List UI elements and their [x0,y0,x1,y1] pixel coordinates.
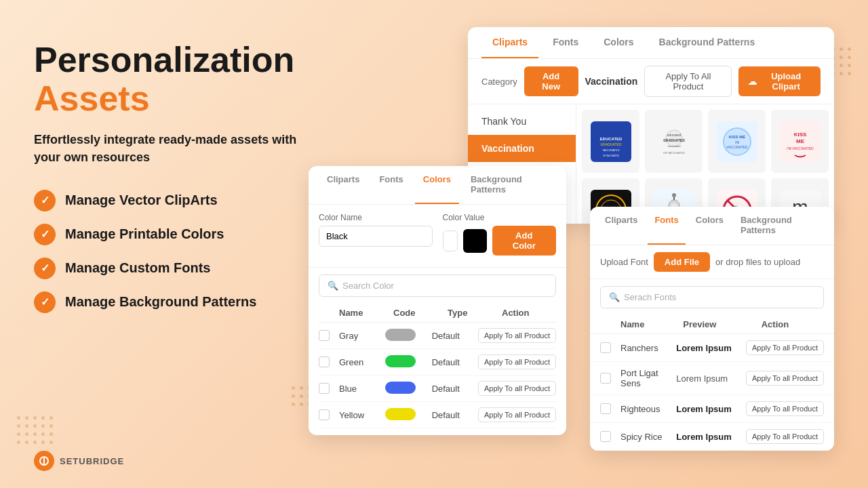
row-checkbox-yellow[interactable] [319,409,330,420]
font-preview-righteous: Lorem Ipsum [676,404,746,414]
col-code: Code [393,308,448,318]
upload-clipart-button[interactable]: ☁ Upload Clipart [738,66,821,96]
color-type-yellow: Default [432,410,478,420]
colors-card-tabs: Cliparts Fonts Colors Background Pattern… [309,166,566,205]
svg-text:I'M: I'M [734,140,739,144]
cliparts-grid: EDUCATED GRADUATED VACCINATED I'M VACCIN… [576,104,834,224]
check-icon-cliparts [34,190,56,211]
apply-all-button[interactable]: Apply To All Product [644,66,732,97]
svg-text:EDUCATED: EDUCATED [599,137,623,141]
clipart-thumb-1[interactable]: EDUCATED GRADUATED VACCINATED I'M VACCIN… [582,110,639,173]
tab-colors-fonts[interactable]: Colors [689,207,730,245]
tab-bgpatterns-fonts[interactable]: Background Patterns [734,207,826,245]
apply-btn-yellow[interactable]: Apply To all Product [478,407,556,422]
color-name-input[interactable] [319,226,433,247]
tab-colors-cliparts[interactable]: Colors [593,27,644,58]
add-file-button[interactable]: Add File [654,252,710,272]
category-label: Category [481,77,517,87]
subtitle: Effortlessly integrate ready-made assets… [34,131,319,165]
font-preview-portligat: Lorem Ipsum [676,373,746,384]
upload-font-label: Upload Font [600,257,648,267]
page-title-accent: Assets [34,79,387,118]
color-search-bar[interactable]: 🔍 Search Color [319,274,556,297]
tab-bgpatterns-cliparts[interactable]: Background Patterns [648,27,766,58]
font-col-name: Name [620,319,683,329]
color-type-green: Default [432,357,478,367]
font-col-action: Action [762,319,824,329]
fonts-upload-row: Upload Font Add File or drop files to up… [590,245,834,279]
fonts-search-placeholder: Serach Fonts [624,292,676,302]
svg-text:I'M VACCINATED: I'M VACCINATED [603,155,619,157]
tab-fonts-cliparts[interactable]: Fonts [542,27,589,58]
color-row-gray: Gray Default Apply To all Product [319,323,556,349]
svg-text:VACCINATED: VACCINATED [726,145,748,149]
svg-text:KISS ME: KISS ME [728,135,745,139]
font-name-spicyrice: Spicy Rice [620,432,676,442]
clipart-thumb-2[interactable]: educated GRADUATED vaccinated I'M VACCIN… [645,110,703,173]
row-checkbox-portligat[interactable] [600,373,611,384]
add-color-button[interactable]: Add Color [492,226,557,256]
font-row-ranchers: Ranchers Lorem Ipsum Apply To all Produc… [590,334,834,362]
category-thank-you[interactable]: Thank You [468,108,576,135]
tab-cliparts-colors[interactable]: Cliparts [319,166,368,204]
clipart-thumb-4[interactable]: KISS ME I'M VACCINATED [771,110,829,173]
font-row-spicyrice: Spicy Rice Lorem Ipsum Apply To all Prod… [590,423,834,451]
tab-fonts-colors[interactable]: Fonts [371,166,411,204]
search-icon-fonts: 🔍 [609,292,620,302]
color-type-gray: Default [432,331,478,341]
font-name-ranchers: Ranchers [620,343,676,353]
apply-btn-green[interactable]: Apply To all Product [478,354,556,369]
colors-table-header: Name Code Type Action [319,304,556,323]
tab-cliparts-fonts[interactable]: Cliparts [598,207,644,245]
row-checkbox-ranchers[interactable] [600,342,611,353]
font-name-portligat: Port Ligat Sens [620,368,676,388]
tab-bgpatterns-colors[interactable]: Background Patterns [462,166,556,204]
check-icon-fonts [34,258,56,279]
logo-text: SETUBRIDGE [60,456,124,466]
apply-btn-gray[interactable]: Apply To all Product [478,328,556,343]
col-type: Type [448,308,502,318]
title-line1: Personalization [34,40,294,79]
logo-icon [34,451,54,471]
title-accent: Assets [34,79,150,118]
cliparts-tabs: Cliparts Fonts Colors Background Pattern… [468,27,834,59]
apply-btn-portligat[interactable]: Apply To all Product [746,371,824,386]
color-hex-input[interactable] [443,230,458,251]
tab-cliparts[interactable]: Cliparts [481,27,538,58]
row-checkbox-green[interactable] [319,357,330,367]
color-row-blue: Blue Default Apply To all Product [319,375,556,402]
svg-text:KISS: KISS [793,131,806,138]
feature-label-patterns: Manage Background Patterns [65,294,256,310]
font-row-righteous: Righteous Lorem Ipsum Apply To all Produ… [590,395,834,423]
row-checkbox-righteous[interactable] [600,403,611,414]
col-name: Name [339,308,393,318]
feature-label-cliparts: Manage Vector ClipArts [65,192,218,208]
fonts-card-tabs: Cliparts Fonts Colors Background Pattern… [590,207,834,245]
tab-fonts-active[interactable]: Fonts [648,207,685,245]
apply-btn-ranchers[interactable]: Apply To all Product [746,340,824,355]
row-checkbox-spicyrice[interactable] [600,431,611,442]
row-checkbox-blue[interactable] [319,383,330,394]
cliparts-toolbar: Category Add New Vaccination Apply To Al… [468,59,834,104]
apply-btn-righteous[interactable]: Apply To all Product [746,401,824,416]
colors-card: Cliparts Fonts Colors Background Pattern… [309,166,566,435]
font-col-preview: Preview [683,319,761,329]
check-icon-patterns [34,291,56,313]
color-value-label: Color Value [443,213,557,222]
color-row-yellow: Yellow Default Apply To all Product [319,402,556,428]
color-name-label: Color Name [319,213,433,222]
clipart-thumb-3[interactable]: KISS ME I'M VACCINATED [708,110,766,173]
fonts-search-bar[interactable]: 🔍 Serach Fonts [600,286,824,308]
color-name-gray: Gray [339,331,385,341]
tab-colors-active[interactable]: Colors [415,166,459,204]
add-new-button[interactable]: Add New [524,66,578,96]
drop-files-label: or drop files to upload [715,257,800,267]
svg-text:ME: ME [796,138,805,144]
font-preview-ranchers: Lorem Ipsum [676,343,746,353]
apply-btn-spicyrice[interactable]: Apply To all Product [746,429,824,444]
upload-clipart-label: Upload Clipart [761,71,811,92]
row-checkbox-gray[interactable] [319,330,330,341]
category-vaccination[interactable]: Vaccination [468,135,576,162]
svg-text:VACCINATED: VACCINATED [602,148,619,152]
apply-btn-blue[interactable]: Apply To all Product [478,381,556,396]
